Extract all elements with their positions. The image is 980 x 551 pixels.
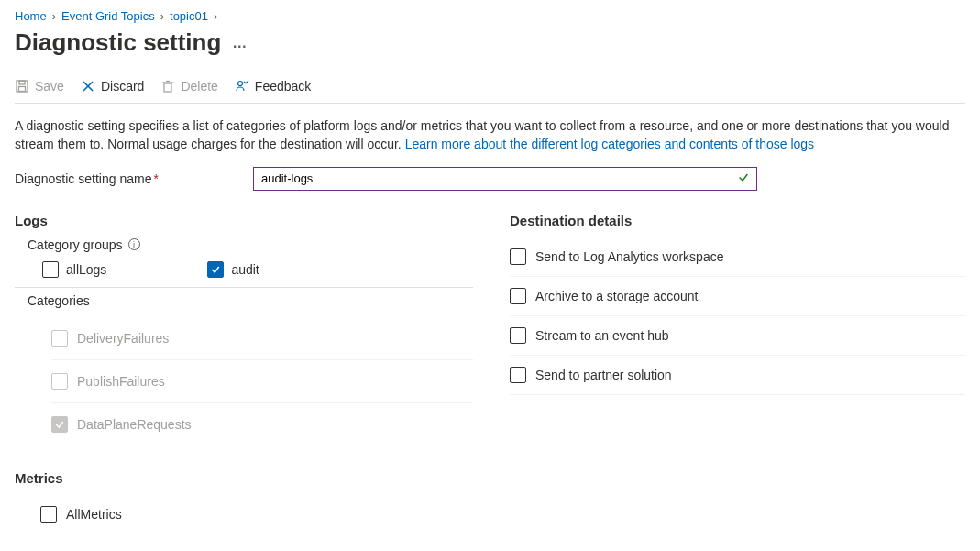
destinations-column: Destination details Send to Log Analytic… <box>510 207 965 534</box>
trash-icon <box>160 79 175 94</box>
category-groups-row: allLogs audit <box>15 261 473 288</box>
page-title-text: Diagnostic setting <box>15 28 221 57</box>
discard-button[interactable]: Discard <box>81 79 144 94</box>
publishfailures-checkbox <box>51 373 68 390</box>
dest-storage-checkbox[interactable] <box>510 288 526 304</box>
dest-eventhub[interactable]: Stream to an event hub <box>510 316 965 356</box>
more-icon[interactable]: … <box>232 35 247 51</box>
delete-button[interactable]: Delete <box>160 79 217 94</box>
svg-rect-1 <box>19 81 25 84</box>
dest-log-analytics[interactable]: Send to Log Analytics workspace <box>510 237 965 277</box>
breadcrumb: Home › Event Grid Topics › topic01 › <box>15 9 965 23</box>
checkmark-icon <box>737 171 750 186</box>
info-icon[interactable]: i <box>128 238 140 250</box>
dest-partner-checkbox[interactable] <box>510 367 526 383</box>
feedback-icon <box>235 79 249 94</box>
category-groups-heading: Category groups i <box>28 237 473 252</box>
deliveryfailures-checkbox <box>51 330 68 347</box>
dataplanerequests-label: DataPlaneRequests <box>77 417 192 432</box>
dest-partner-label: Send to partner solution <box>535 368 672 382</box>
allmetrics-label: AllMetrics <box>66 507 122 522</box>
audit-checkbox[interactable] <box>207 261 224 278</box>
category-groups-label: Category groups <box>28 237 123 252</box>
destinations-list: Send to Log Analytics workspace Archive … <box>510 237 965 395</box>
audit-item[interactable]: audit <box>207 261 259 278</box>
audit-label: audit <box>231 262 259 277</box>
delete-label: Delete <box>181 79 217 94</box>
chevron-right-icon: › <box>214 9 217 23</box>
breadcrumb-home[interactable]: Home <box>15 9 47 23</box>
logs-heading: Logs <box>15 213 473 228</box>
alllogs-label: allLogs <box>66 262 106 277</box>
svg-rect-2 <box>19 87 26 92</box>
chevron-right-icon: › <box>52 9 56 23</box>
category-item-dataplanerequests: DataPlaneRequests <box>51 403 473 446</box>
save-button[interactable]: Save <box>15 79 64 94</box>
save-icon <box>15 79 29 94</box>
dataplanerequests-checkbox <box>51 416 68 433</box>
allmetrics-checkbox[interactable] <box>40 506 57 523</box>
dest-storage[interactable]: Archive to a storage account <box>510 277 965 316</box>
name-row: Diagnostic setting name* <box>15 167 965 191</box>
required-mark: * <box>153 171 158 186</box>
dest-eventhub-label: Stream to an event hub <box>535 328 669 343</box>
breadcrumb-topic[interactable]: topic01 <box>170 9 208 23</box>
publishfailures-label: PublishFailures <box>77 374 165 389</box>
save-label: Save <box>35 79 64 94</box>
breadcrumb-eventgrid[interactable]: Event Grid Topics <box>61 9 155 23</box>
destinations-heading: Destination details <box>510 213 965 228</box>
dest-storage-label: Archive to a storage account <box>535 289 698 303</box>
dest-eventhub-checkbox[interactable] <box>510 327 526 344</box>
svg-point-8 <box>237 82 242 86</box>
feedback-button[interactable]: Feedback <box>235 79 311 94</box>
dest-partner[interactable]: Send to partner solution <box>510 356 965 395</box>
chevron-right-icon: › <box>160 9 164 23</box>
alllogs-checkbox[interactable] <box>42 261 59 278</box>
metrics-heading: Metrics <box>15 470 473 486</box>
svg-rect-5 <box>164 83 171 92</box>
categories-heading: Categories <box>28 293 473 308</box>
deliveryfailures-label: DeliveryFailures <box>77 331 169 346</box>
logs-column: Logs Category groups i allLogs audit Cat… <box>15 207 473 534</box>
categories-list: DeliveryFailures PublishFailures DataPla… <box>15 317 473 446</box>
discard-label: Discard <box>101 79 144 94</box>
dest-log-analytics-label: Send to Log Analytics workspace <box>535 249 723 264</box>
category-item-publishfailures: PublishFailures <box>51 360 473 403</box>
name-label: Diagnostic setting name* <box>15 171 235 186</box>
page-title: Diagnostic setting … <box>15 28 965 57</box>
diagnostic-name-input[interactable] <box>253 167 757 191</box>
feedback-label: Feedback <box>255 79 311 94</box>
category-item-deliveryfailures: DeliveryFailures <box>51 317 473 360</box>
learn-more-link[interactable]: Learn more about the different log categ… <box>405 137 814 151</box>
allmetrics-item[interactable]: AllMetrics <box>15 495 473 534</box>
intro-text: A diagnostic setting specifies a list of… <box>15 116 950 154</box>
alllogs-item[interactable]: allLogs <box>42 261 106 278</box>
close-icon <box>81 79 95 94</box>
dest-log-analytics-checkbox[interactable] <box>510 248 526 265</box>
name-label-text: Diagnostic setting name <box>15 171 151 186</box>
toolbar: Save Discard Delete Feedback <box>15 73 965 104</box>
